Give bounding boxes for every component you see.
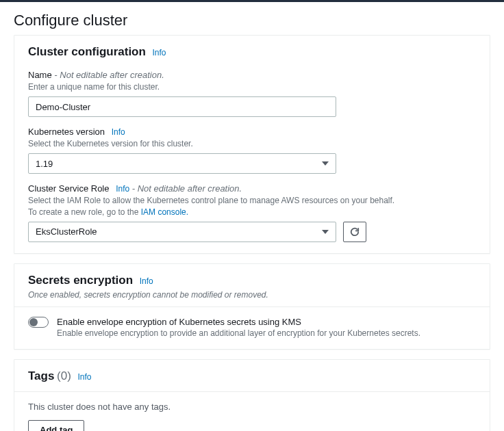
- refresh-roles-button[interactable]: [343, 222, 366, 242]
- k8s-version-field: Kubernetes version Info Select the Kuber…: [28, 127, 476, 174]
- cluster-config-title: Cluster configuration: [28, 45, 146, 58]
- iam-console-link[interactable]: IAM console.: [141, 207, 188, 217]
- k8s-version-help: Select the Kubernetes version for this c…: [28, 138, 476, 149]
- k8s-version-select[interactable]: 1.19: [28, 153, 336, 174]
- service-role-help1: Select the IAM Role to allow the Kuberne…: [28, 196, 394, 205]
- secrets-title: Secrets encryption: [28, 274, 133, 287]
- chevron-down-icon: [322, 161, 329, 166]
- secrets-toggle-help: Enable envelope encryption to provide an…: [57, 328, 420, 338]
- tags-info-link[interactable]: Info: [77, 372, 91, 382]
- refresh-icon: [350, 227, 360, 237]
- name-note: Not editable after creation.: [60, 70, 164, 80]
- name-field: Name - Not editable after creation. Ente…: [28, 70, 476, 117]
- tags-empty-text: This cluster does not have any tags.: [28, 402, 476, 412]
- service-role-help2a: To create a new role, go to the: [28, 207, 141, 217]
- k8s-version-value: 1.19: [36, 159, 53, 169]
- service-role-select[interactable]: EksClusterRole: [28, 222, 336, 242]
- cluster-config-panel: Cluster configuration Info Name - Not ed…: [14, 35, 490, 254]
- chevron-down-icon: [322, 230, 329, 234]
- add-tag-button[interactable]: Add tag: [28, 420, 84, 431]
- secrets-toggle[interactable]: [28, 317, 49, 328]
- name-label: Name: [28, 70, 52, 80]
- k8s-version-label: Kubernetes version: [28, 127, 105, 137]
- name-help: Enter a unique name for this cluster.: [28, 81, 476, 92]
- service-role-label: Cluster Service Role: [28, 183, 110, 194]
- service-role-note: Not editable after creation.: [138, 183, 242, 194]
- service-role-value: EksClusterRole: [36, 226, 97, 237]
- page-title: Configure cluster: [0, 2, 504, 35]
- toggle-knob: [29, 318, 38, 326]
- service-role-info-link[interactable]: Info: [116, 184, 129, 194]
- tags-panel: Tags (0) Info This cluster does not have…: [14, 359, 490, 431]
- k8s-version-info-link[interactable]: Info: [112, 127, 125, 137]
- name-input[interactable]: [28, 96, 336, 117]
- secrets-panel: Secrets encryption Info Once enabled, se…: [14, 263, 490, 350]
- secrets-toggle-label: Enable envelope encryption of Kubernetes…: [57, 317, 420, 327]
- tags-title: Tags: [28, 369, 54, 382]
- secrets-subtitle: Once enabled, secrets encryption cannot …: [14, 290, 490, 306]
- secrets-info-link[interactable]: Info: [140, 276, 153, 286]
- cluster-config-info-link[interactable]: Info: [153, 48, 166, 57]
- tags-count: (0): [57, 369, 71, 382]
- service-role-field: Cluster Service Role Info - Not editable…: [28, 183, 476, 241]
